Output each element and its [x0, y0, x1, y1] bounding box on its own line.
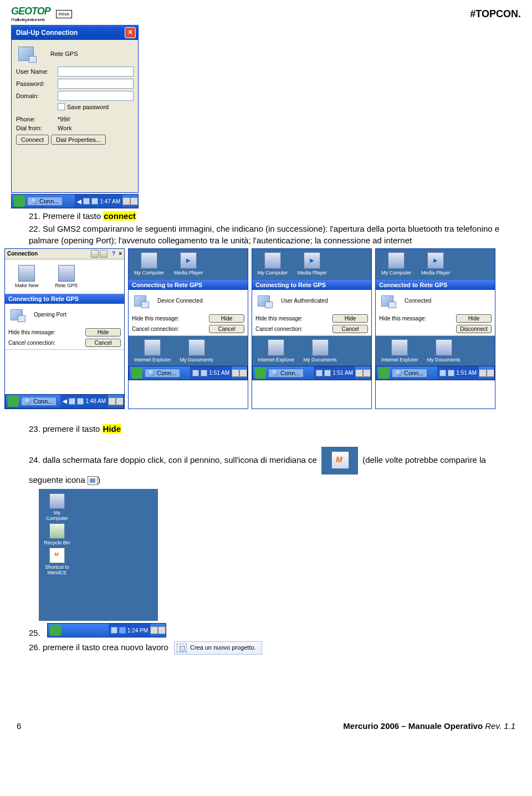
hide-button[interactable]: Hide — [209, 314, 244, 323]
save-password-label: Save password — [67, 104, 109, 110]
screenshot-1: Connection ? × Make New Rete GPS Connect… — [4, 248, 125, 409]
my-computer-icon[interactable]: My Computer — [258, 252, 288, 275]
toolbar-icon[interactable] — [91, 250, 99, 258]
my-computer-icon[interactable]: My Computer — [381, 252, 411, 275]
recycle-bin-icon[interactable]: Recycle Bin — [43, 523, 71, 545]
status-text: Opening Port — [34, 312, 66, 318]
username-input[interactable] — [58, 67, 134, 76]
make-new-icon[interactable]: Make New — [15, 265, 39, 288]
tray-expand-icon[interactable]: ◀ — [77, 198, 81, 205]
start-button[interactable] — [14, 196, 25, 207]
cancel-button[interactable]: Cancel — [85, 339, 121, 347]
sip-icon[interactable] — [122, 197, 130, 205]
start-button[interactable] — [131, 368, 142, 379]
cancel-button[interactable]: Cancel — [332, 325, 368, 333]
meridce-shortcut-icon[interactable]: Shortcut to MeridCE — [43, 548, 71, 575]
status-text: User Authenticated — [281, 298, 328, 304]
status-text: Connected — [405, 298, 431, 304]
media-player-icon[interactable]: Media Player — [298, 252, 327, 275]
page-number: 6 — [17, 721, 21, 731]
hide-button[interactable]: Hide — [456, 314, 492, 323]
taskbar-shot1: Conn... ◀1:48 AM — [5, 394, 124, 409]
my-computer-icon[interactable]: My Computer — [43, 493, 71, 521]
help-icon[interactable]: ? — [112, 251, 115, 257]
status-banner: Connecting to Rete GPS — [5, 294, 124, 304]
highlight-connect: connect — [103, 211, 136, 221]
tray-time: 1:47 AM — [100, 198, 120, 205]
media-player-icon[interactable]: Media Player — [421, 252, 451, 275]
step-21: 21. Premere il tasto connect — [29, 211, 521, 222]
domain-input[interactable] — [58, 91, 134, 101]
taskbar-item[interactable]: Conn... — [392, 369, 427, 377]
my-documents-icon[interactable]: My Documents — [427, 339, 461, 363]
logo-topcon: #TOPCON. — [470, 8, 521, 20]
connection-name: Rete GPS — [50, 50, 78, 57]
close-button[interactable]: × — [125, 27, 136, 38]
screenshot-2: My Computer Media Player Connecting to R… — [128, 248, 248, 409]
ie-icon[interactable]: Internet Explorer — [134, 339, 171, 363]
desktop-icon[interactable] — [130, 197, 138, 205]
start-button[interactable] — [50, 625, 61, 636]
connection-icon — [381, 295, 393, 307]
connection-icon — [18, 47, 34, 61]
password-label: Password: — [16, 80, 58, 87]
dialfrom-label: Dial from: — [16, 125, 58, 131]
phone-value: *99# — [58, 116, 134, 123]
hide-button[interactable]: Hide — [332, 314, 368, 323]
ie-icon[interactable]: Internet Explorer — [258, 339, 295, 363]
taskbar-item[interactable]: Conn... — [21, 397, 57, 406]
taskbar-1: Conn... ◀ 1:47 AM — [11, 194, 139, 208]
taskbar-shot3: Conn... 1:51 AM — [252, 366, 371, 380]
taskbar-item[interactable]: Conn... — [268, 369, 304, 377]
tray-icon[interactable] — [91, 198, 98, 205]
status-banner: Connected to Rete GPS — [376, 280, 495, 290]
connection-icon — [11, 309, 23, 320]
status-banner: Connecting to Rete GPS — [252, 280, 371, 290]
screenshot-3: My Computer Media Player Connecting to R… — [252, 248, 372, 409]
connection-icon — [258, 295, 270, 307]
taskbar-item-conn[interactable]: Conn... — [27, 197, 63, 206]
step-24: 24. dalla schermata fare doppio click, c… — [29, 447, 521, 486]
status-text: Device Connected — [157, 298, 203, 304]
connect-button[interactable]: Connect — [16, 135, 49, 145]
screenshot-desktop: My Computer Recycle Bin Shortcut to Meri… — [39, 489, 158, 621]
new-project-button[interactable]: Crea un nuovo progetto. — [174, 641, 262, 655]
phone-label: Phone: — [16, 116, 58, 123]
logo-header: GEOTOP Positioning Instruments RINA #TOP… — [11, 6, 521, 22]
step-23: 23. premere il tasto Hide — [29, 423, 521, 435]
dialog-title: Dial-Up Connection — [16, 29, 78, 37]
cancel-button[interactable]: Cancel — [209, 325, 244, 333]
my-computer-icon[interactable]: My Computer — [134, 252, 164, 275]
footer-title: Mercurio 2006 – Manuale Operativo Rev. 1… — [343, 721, 515, 731]
tray-icon[interactable] — [83, 198, 90, 205]
media-player-icon[interactable]: Media Player — [174, 252, 203, 275]
save-password-checkbox[interactable] — [58, 103, 65, 110]
dial-properties-button[interactable]: Dial Properties... — [51, 135, 106, 145]
meridiana-icon — [321, 447, 358, 474]
ie-icon[interactable]: Internet Explorer — [381, 339, 418, 363]
new-project-icon — [177, 644, 187, 652]
username-label: User Name: — [16, 68, 58, 75]
start-button[interactable] — [255, 368, 266, 379]
dialog-titlebar: Dial-Up Connection × — [12, 25, 138, 40]
hide-button[interactable]: Hide — [85, 328, 121, 336]
step-25: 25. 1:24 PM — [29, 623, 521, 639]
my-documents-icon[interactable]: My Documents — [304, 339, 337, 363]
disconnect-button[interactable]: Disconnect — [456, 325, 492, 333]
taskbar-shot4: Conn... 1:51 AM — [376, 366, 495, 380]
taskbar-item[interactable]: Conn... — [145, 369, 180, 377]
start-button[interactable] — [378, 368, 390, 379]
toolbar-icon[interactable] — [100, 250, 108, 258]
globe-icon — [31, 198, 38, 205]
close-icon[interactable]: × — [119, 251, 122, 257]
rete-gps-icon[interactable]: Rete GPS — [55, 265, 78, 288]
connection-icon — [134, 295, 146, 307]
dialfrom-value: Work — [58, 125, 134, 131]
my-documents-icon[interactable]: My Documents — [180, 339, 213, 363]
taskbar-step25: 1:24 PM — [47, 623, 166, 637]
status-banner: Connecting to Rete GPS — [129, 280, 248, 290]
start-button[interactable] — [8, 396, 19, 407]
password-input[interactable] — [58, 79, 134, 89]
logo-rina: RINA — [56, 10, 72, 18]
highlight-hide: Hide — [103, 424, 122, 433]
